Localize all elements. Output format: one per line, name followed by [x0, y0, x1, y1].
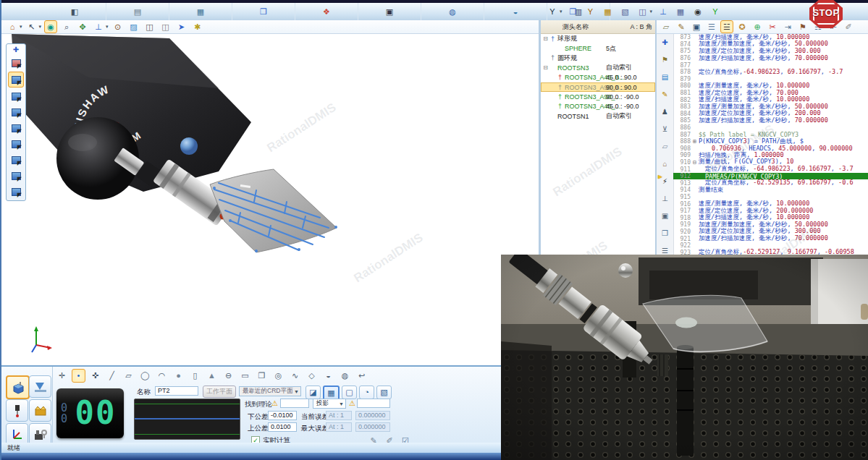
- select-mode-5-button[interactable]: ◤: [9, 121, 23, 135]
- probe-mode-button[interactable]: [6, 399, 28, 422]
- edit-file-icon[interactable]: ✎: [675, 20, 688, 33]
- tree-row[interactable]: ⊟†球形规: [541, 34, 655, 43]
- select-mode-3-button[interactable]: ◤: [9, 89, 23, 103]
- projection-dropdown[interactable]: 投影▼: [313, 399, 346, 409]
- tree-row[interactable]: †ROOTSN3_A90_B...90.0 : 90.0: [541, 82, 655, 92]
- probe-name-column-header[interactable]: 测头名称: [541, 22, 610, 32]
- pick-gear-icon[interactable]: ✱: [191, 20, 204, 33]
- rotate-view-icon[interactable]: ◉: [44, 20, 57, 33]
- hook-icon[interactable]: ↩: [355, 369, 368, 383]
- probe-y-icon[interactable]: Y: [584, 5, 597, 18]
- ellipse-icon[interactable]: ⊖: [222, 369, 235, 383]
- copy-icon[interactable]: ❐: [659, 227, 671, 239]
- gauge-view-tab[interactable]: ◔: [359, 386, 374, 399]
- cylinder-icon[interactable]: ▯: [188, 369, 202, 383]
- menu-tab-globe-icon[interactable]: ◍: [421, 3, 484, 20]
- code-line[interactable]: 876加速度/扫描加速度, 毫米/秒秒, 70.000000: [673, 55, 868, 62]
- menu-tab-window-grid-icon[interactable]: ▦: [169, 3, 232, 20]
- wedge-icon[interactable]: ◇: [305, 369, 319, 383]
- select-mode-1-button[interactable]: ◤: [9, 56, 23, 70]
- list-icon[interactable]: ☰: [705, 20, 718, 33]
- code-line[interactable]: 914测量结束: [673, 187, 868, 194]
- code-line[interactable]: 921加速度/扫描加速度, 毫米/秒秒, 70.000000: [673, 235, 868, 242]
- cylinder-icon[interactable]: ◫: [159, 20, 172, 33]
- open-icon[interactable]: ▱: [660, 20, 673, 33]
- workplane-button[interactable]: 工作平面: [203, 386, 236, 398]
- tree-row[interactable]: †ROOTSN3_A45_...45.0 : -90.0: [541, 102, 655, 111]
- color-palette-icon[interactable]: ❖: [320, 5, 333, 18]
- lower-tolerance-input[interactable]: -0.0100: [268, 411, 297, 420]
- ring-icon[interactable]: ◒: [321, 369, 335, 383]
- home-icon-group[interactable]: ⌂▾: [6, 20, 22, 33]
- emergency-stop-button[interactable]: STOP: [807, 0, 845, 30]
- add-line-icon[interactable]: ⊕: [751, 20, 764, 33]
- select-mode-8-button[interactable]: ◤: [9, 169, 23, 183]
- code-fold-toggle[interactable]: ⊞: [693, 138, 699, 145]
- caliper-mode-button[interactable]: [29, 375, 51, 398]
- filter-y-icon[interactable]: Y: [546, 5, 559, 18]
- cut-icon[interactable]: ✂: [766, 20, 779, 33]
- filter-y-icon-group[interactable]: Y▾: [546, 5, 562, 18]
- select-mode-4-button[interactable]: ◤: [9, 105, 23, 119]
- point-icon[interactable]: •: [72, 369, 85, 383]
- zoom-window-icon[interactable]: ⌕: [60, 20, 73, 33]
- window-icon[interactable]: ▧: [619, 5, 632, 18]
- pin-palette-icon[interactable]: ✚: [13, 46, 19, 54]
- select-mode-7-button[interactable]: ◤: [9, 153, 23, 167]
- select-mode-9-button[interactable]: ◤: [9, 184, 23, 199]
- printer-icon[interactable]: ▣: [383, 5, 396, 18]
- table-icon[interactable]: ▦: [674, 5, 687, 18]
- plug-icon[interactable]: ◧: [68, 5, 81, 18]
- cone-icon[interactable]: ▲: [205, 369, 219, 383]
- label-icon[interactable]: ◫: [143, 20, 156, 33]
- crd-plane-dropdown[interactable]: 最靠近的CRD平面▼: [239, 386, 301, 396]
- tree-row[interactable]: ⊟ROOTSN3自动索引: [541, 63, 655, 72]
- code-line[interactable]: 886: [673, 124, 868, 132]
- code-line[interactable]: 911定位/直角坐标, -64.986223, 69.166797, -3.7: [673, 166, 868, 173]
- plane-icon[interactable]: ▱: [122, 369, 135, 383]
- save-icon[interactable]: ▣: [690, 20, 703, 33]
- measure-mode-button[interactable]: [6, 375, 30, 399]
- panel-icon[interactable]: ◫: [636, 5, 649, 18]
- globe-icon[interactable]: ◍: [446, 5, 459, 18]
- projection-input[interactable]: [357, 399, 390, 408]
- pick-tool-icon[interactable]: ✛: [55, 369, 69, 383]
- axes-icon[interactable]: ⊥: [92, 20, 105, 33]
- fit-view-icon[interactable]: ✥: [76, 20, 89, 33]
- disc-icon[interactable]: ◎: [271, 369, 285, 383]
- code-line[interactable]: 885加速度/扫描加速度, 毫米/秒秒, 70.000000: [673, 117, 868, 124]
- select-mode-2-button[interactable]: ◤: [8, 72, 24, 88]
- menu-tab-cube-stack-icon[interactable]: ❒: [232, 3, 295, 20]
- hand-icon[interactable]: ✪: [736, 20, 749, 33]
- probe-tree-header[interactable]: 测头名称 A : B 角: [541, 20, 655, 34]
- slot-icon[interactable]: ▭: [238, 369, 252, 383]
- tree-row[interactable]: †圆环规: [541, 54, 655, 63]
- curve-icon[interactable]: ∿: [288, 369, 302, 383]
- disc-icon[interactable]: ◒: [509, 5, 522, 18]
- circle-icon[interactable]: ◯: [138, 369, 152, 383]
- torus-icon[interactable]: ◍: [338, 369, 352, 383]
- tree-expand-toggle[interactable]: ⊟: [542, 35, 549, 42]
- axes-icon-group[interactable]: ⊥▾: [92, 20, 109, 33]
- home-cs-icon[interactable]: ⌂: [659, 158, 671, 170]
- arc-icon[interactable]: ◠: [155, 369, 169, 383]
- menu-tab-plug-icon[interactable]: ◧: [43, 3, 106, 20]
- cube-icon[interactable]: ❒: [567, 5, 580, 18]
- line-icon[interactable]: ╱: [105, 369, 119, 383]
- pin-icon[interactable]: ✚: [659, 36, 671, 48]
- camera-icon[interactable]: ◉: [691, 5, 704, 18]
- find-theory-input[interactable]: [280, 399, 309, 408]
- probe-view-tab[interactable]: ◪: [306, 386, 321, 399]
- tree-row[interactable]: SPHERE5点: [541, 43, 655, 53]
- toolbox-mode-button[interactable]: [29, 399, 51, 422]
- feature-name-input[interactable]: PT2: [155, 386, 198, 396]
- insert-below-icon[interactable]: ⊻: [659, 123, 671, 135]
- probe-stand-icon[interactable]: ⊥: [659, 192, 671, 205]
- select-cursor-icon-group[interactable]: ↖▾: [25, 20, 42, 33]
- panel-icon-group[interactable]: ◫▾: [636, 5, 653, 18]
- layers-icon[interactable]: ▤: [659, 71, 671, 83]
- select-mode-6-button[interactable]: ◤: [9, 137, 23, 151]
- code-fold-toggle[interactable]: ⊟: [693, 159, 699, 166]
- color-swatch-icon[interactable]: ▨: [127, 20, 140, 33]
- sphere-icon[interactable]: ●: [172, 369, 185, 383]
